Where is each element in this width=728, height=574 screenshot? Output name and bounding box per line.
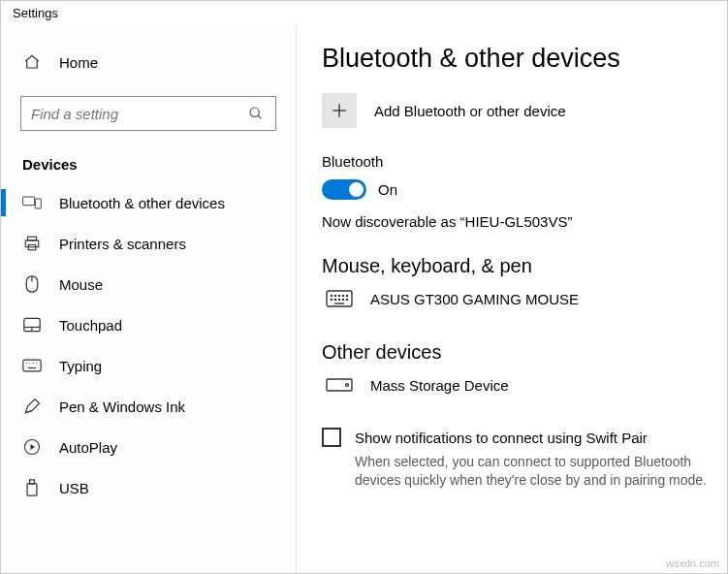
nav-touchpad[interactable]: Touchpad [1,304,296,345]
svg-point-26 [334,295,335,296]
watermark: wsxdn.com [666,558,719,569]
touchpad-icon [22,315,42,335]
svg-rect-12 [23,360,41,371]
nav-label: Mouse [59,276,103,293]
bluetooth-toggle-state: On [378,181,397,198]
svg-point-27 [338,295,339,296]
storage-device-icon [326,375,353,395]
other-section-title: Other devices [322,341,713,364]
device-storage[interactable]: Mass Storage Device [322,375,713,395]
add-device-row[interactable]: Add Bluetooth or other device [322,93,713,128]
content-area: Home Devices Bluetooth & other devices [1,24,727,573]
mouse-section-title: Mouse, keyboard, & pen [322,255,713,277]
sidebar: Home Devices Bluetooth & other devices [1,24,297,573]
search-input[interactable] [31,106,240,122]
svg-rect-2 [23,197,35,206]
swift-pair-label: Show notifications to connect using Swif… [355,430,648,446]
device-name: ASUS GT300 GAMING MOUSE [370,291,579,307]
svg-point-30 [331,299,332,300]
plus-icon [322,93,357,128]
svg-marker-19 [31,444,36,450]
nav-label: Typing [59,358,102,374]
home-label: Home [59,54,98,71]
bluetooth-label: Bluetooth [322,153,713,170]
nav-pen[interactable]: Pen & Windows Ink [1,386,296,427]
add-device-label: Add Bluetooth or other device [374,103,566,119]
nav-printers[interactable]: Printers & scanners [1,223,296,264]
search-icon [246,104,266,123]
nav-label: USB [59,480,89,496]
page-title: Bluetooth & other devices [322,44,713,74]
main-panel: Bluetooth & other devices Add Bluetooth … [297,24,727,573]
nav-autoplay[interactable]: AutoPlay [1,427,296,467]
printer-icon [22,234,42,253]
swift-pair-checkbox[interactable] [322,428,341,447]
nav-bluetooth[interactable]: Bluetooth & other devices [1,182,296,223]
svg-rect-21 [27,484,37,495]
usb-icon [22,478,42,497]
nav-label: Pen & Windows Ink [59,399,185,415]
window-title: Settings [1,1,727,24]
mouse-icon [22,274,42,294]
svg-rect-3 [35,199,41,208]
device-name: Mass Storage Device [370,377,509,394]
autoplay-icon [22,437,42,457]
svg-point-25 [331,295,332,296]
nav-label: AutoPlay [59,439,117,456]
svg-rect-20 [30,480,35,484]
svg-point-29 [346,295,347,296]
devices-icon [22,193,42,212]
home-icon [22,52,42,72]
svg-point-31 [334,299,335,300]
bluetooth-toggle-row: On [322,179,713,200]
search-box[interactable] [20,96,276,131]
svg-rect-5 [25,240,39,247]
device-mouse[interactable]: ASUS GT300 GAMING MOUSE [322,289,713,308]
nav-mouse[interactable]: Mouse [1,264,296,304]
home-button[interactable]: Home [1,42,296,82]
svg-point-33 [342,299,343,300]
nav-typing[interactable]: Typing [1,345,296,386]
bluetooth-toggle[interactable] [322,179,366,200]
sidebar-section-title: Devices [1,148,296,182]
pen-icon [22,397,42,416]
svg-point-32 [338,299,339,300]
svg-line-1 [258,115,261,118]
swift-pair-checkbox-row[interactable]: Show notifications to connect using Swif… [322,428,713,447]
svg-point-0 [250,108,259,116]
nav-usb[interactable]: USB [1,467,296,508]
svg-point-37 [346,384,349,387]
keyboard-icon [22,356,42,375]
nav-label: Printers & scanners [59,236,186,252]
svg-point-28 [342,295,343,296]
keyboard-device-icon [326,289,353,308]
bluetooth-status: Now discoverable as “HIEU-GL503VS” [322,213,713,230]
svg-point-34 [346,299,347,300]
nav-label: Touchpad [59,317,122,334]
nav-label: Bluetooth & other devices [59,195,225,211]
swift-pair-help: When selected, you can connect to suppor… [322,453,713,490]
